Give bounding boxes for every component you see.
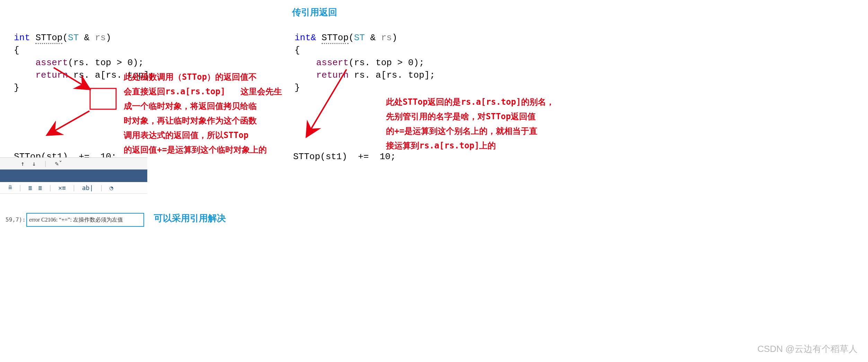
error-message-box: error C2106: “+=”: 左操作数必须为左值 xyxy=(26,213,144,227)
title-right: 传引用返回 xyxy=(292,6,337,18)
separator-icon: | xyxy=(48,184,52,191)
separator-icon: | xyxy=(99,184,103,191)
list-icon-3[interactable]: ≣ xyxy=(38,184,42,191)
editor-toolbar-bottom: ≞ | ≣ ≣ | ✕≡ | ab| | ◔ xyxy=(0,182,147,194)
clock-icon[interactable]: ◔ xyxy=(109,184,113,191)
separator-icon: | xyxy=(18,184,22,191)
editor-blue-bar xyxy=(0,170,147,182)
keyword-intref: int& xyxy=(295,33,316,43)
call-fn-right: STTop xyxy=(293,152,320,162)
amp-right: & xyxy=(365,33,381,43)
assert-body-right: rs. top > 0 xyxy=(354,58,414,68)
rename-icon[interactable]: ab| xyxy=(82,184,94,191)
assert-body: rs. top > 0 xyxy=(73,58,133,68)
keyword-assert-right: assert xyxy=(316,58,349,68)
type-st-right: ST xyxy=(354,33,365,43)
error-area: 59,7): error C2106: “+=”: 左操作数必须为左值 xyxy=(0,209,147,230)
watermark: CSDN @云边有个稻草人 xyxy=(757,343,858,355)
code-block-right: int& STTop(ST & rs) { assert(rs. top > 0… xyxy=(295,19,435,94)
amp: & xyxy=(79,33,95,43)
keyword-return: return xyxy=(35,70,68,80)
call-tail-right: += 10; xyxy=(347,152,396,162)
svg-line-1 xyxy=(47,111,89,135)
type-st: ST xyxy=(68,33,79,43)
hint-blue: 可以采用引用解决 xyxy=(154,212,226,224)
up-icon[interactable]: ↑ xyxy=(21,160,25,167)
function-name: STTop xyxy=(35,33,62,44)
keyword-return-right: return xyxy=(316,70,349,80)
param-rs: rs xyxy=(95,33,106,43)
keyword-int: int xyxy=(14,33,30,43)
brush-icon[interactable]: ✎ˇ xyxy=(55,160,63,167)
return-body-right: rs. a[rs. top]; xyxy=(349,70,435,80)
annotation-right: 此处STTop返回的是rs.a[rs.top]的别名， 先别管引用的名字是啥，对… xyxy=(386,95,554,153)
editor-toolbar-top: ↑ ↓ | ✎ˇ xyxy=(0,158,147,170)
list-icon-1[interactable]: ≞ xyxy=(8,184,12,191)
separator-icon: | xyxy=(44,160,47,167)
clear-icon[interactable]: ✕≡ xyxy=(58,184,66,191)
error-location: 59,7): xyxy=(6,216,26,223)
keyword-assert: assert xyxy=(35,58,68,68)
call-arg-right: st1 xyxy=(326,152,342,162)
list-icon-2[interactable]: ≣ xyxy=(28,184,32,191)
param-rs-right: rs xyxy=(381,33,392,43)
error-message-text: error C2106: “+=”: 左操作数必须为左值 xyxy=(29,216,123,224)
function-name-right: STTop xyxy=(322,33,349,44)
annotation-left: 此处函数调用（STTop）的返回值不 会直接返回rs.a[rs.top] 这里会… xyxy=(124,70,282,157)
code-call-right: STTop(st1) += 10; xyxy=(293,138,396,163)
separator-icon: | xyxy=(72,184,76,191)
down-icon[interactable]: ↓ xyxy=(32,160,36,167)
